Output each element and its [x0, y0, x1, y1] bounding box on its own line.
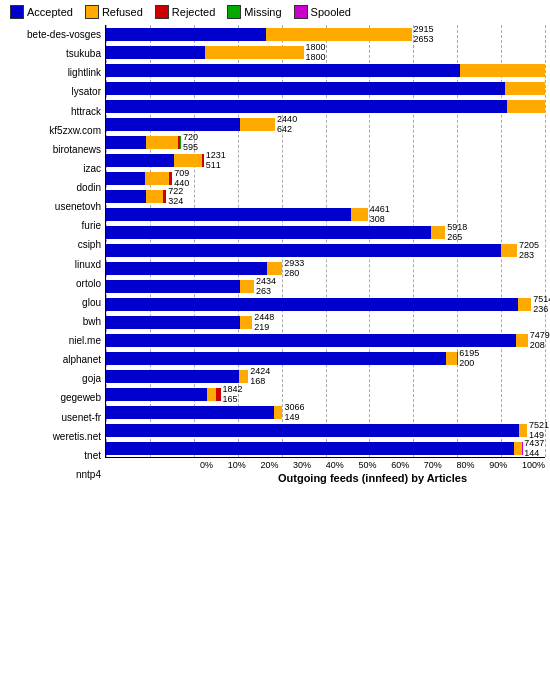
x-axis-label: 50%	[358, 460, 376, 470]
bar-segment-accepted	[106, 226, 431, 239]
legend-item: Spooled	[294, 5, 351, 19]
bar-value-label: 4461308	[368, 205, 390, 225]
x-axis-label: 60%	[391, 460, 409, 470]
bar-segment-accepted	[106, 370, 239, 383]
y-label: gegeweb	[10, 389, 105, 407]
y-label: nntp4	[10, 465, 105, 483]
bar-row: 7414703	[106, 97, 545, 115]
bar-value-label: 3066149	[282, 403, 304, 423]
bar-segment-accepted	[106, 190, 146, 203]
bar-segment-accepted	[106, 388, 207, 401]
bar-segment-accepted	[106, 82, 505, 95]
bar-segment-accepted	[106, 424, 519, 437]
y-label: kf5zxw.com	[10, 121, 105, 139]
y-label: httrack	[10, 102, 105, 120]
legend-label: Accepted	[27, 6, 73, 18]
bar-row: 2434263	[106, 277, 545, 295]
bar-segment-accepted	[106, 208, 351, 221]
bar-segment-refused	[145, 172, 169, 185]
legend-color	[10, 5, 24, 19]
bar-value-label: 7479208	[528, 331, 550, 351]
bar-row: 4461308	[106, 205, 545, 223]
bar-segment-accepted	[106, 46, 205, 59]
bar-row: 7521149	[106, 421, 545, 439]
x-axis-label: 20%	[260, 460, 278, 470]
bar-segment-refused	[501, 244, 517, 257]
legend-color	[294, 5, 308, 19]
legend-item: Rejected	[155, 5, 215, 19]
bar-segment-refused	[516, 334, 527, 347]
bar-segment-refused	[146, 190, 164, 203]
legend-label: Spooled	[311, 6, 351, 18]
bar-row: 2933280	[106, 259, 545, 277]
bar-segment-accepted	[106, 316, 240, 329]
bar-row: 5918265	[106, 223, 545, 241]
bar-segment-refused	[505, 82, 545, 95]
y-label: bwh	[10, 312, 105, 330]
legend-item: Accepted	[10, 5, 73, 19]
bar-segment-accepted	[106, 244, 501, 257]
bar-value-label: 2424168	[248, 367, 270, 387]
bar-segment-refused	[518, 298, 531, 311]
legend-item: Refused	[85, 5, 143, 19]
bar-row: 3066149	[106, 403, 545, 421]
bar-segment-refused	[519, 424, 527, 437]
legend-color	[227, 5, 241, 19]
legend-label: Rejected	[172, 6, 215, 18]
x-axis-label: 0%	[200, 460, 213, 470]
bar-value-label: 1231511	[204, 151, 226, 171]
legend-color	[85, 5, 99, 19]
bar-segment-accepted	[106, 100, 507, 113]
y-label: tnet	[10, 446, 105, 464]
bar-value-label: 2434263	[254, 277, 276, 297]
legend-label: Refused	[102, 6, 143, 18]
y-label: ortolo	[10, 274, 105, 292]
bar-row: 2440642	[106, 115, 545, 133]
y-label: lysator	[10, 83, 105, 101]
chart-title: Outgoing feeds (innfeed) by Articles	[200, 472, 545, 484]
bar-value-label: 6195200	[457, 349, 479, 369]
bar-row: 7205283	[106, 241, 545, 259]
bar-value-label: 720595	[181, 133, 198, 153]
y-label: goja	[10, 370, 105, 388]
bar-row: 2424168	[106, 367, 545, 385]
bar-segment-refused	[240, 118, 275, 131]
y-label: linuxd	[10, 255, 105, 273]
bar-row: 722324	[106, 187, 545, 205]
bar-value-label: 2440642	[275, 115, 297, 135]
legend-label: Missing	[244, 6, 281, 18]
y-label: birotanews	[10, 140, 105, 158]
bar-value-label: 7205283	[517, 241, 539, 261]
bar-value-label: 722324	[166, 187, 183, 207]
bar-value-label: 1842165	[221, 385, 243, 405]
bar-value-label: 18001800	[304, 43, 326, 63]
bar-segment-refused	[351, 208, 368, 221]
bar-row: 7479208	[106, 331, 545, 349]
bar-segment-refused	[266, 28, 412, 41]
bar-segment-refused	[274, 406, 282, 419]
y-label: izac	[10, 159, 105, 177]
bar-value-label: 7437144	[522, 439, 544, 459]
bar-row: 18001800	[106, 43, 545, 61]
bar-row: 720595	[106, 133, 545, 151]
bar-row: 7514236	[106, 295, 545, 313]
bar-row: 2448219	[106, 313, 545, 331]
bar-row: 7437144	[106, 439, 545, 457]
bar-segment-refused	[507, 100, 545, 113]
bar-segment-accepted	[106, 172, 145, 185]
legend-color	[155, 5, 169, 19]
bar-value-label: 2448219	[252, 313, 274, 333]
x-axis-label: 10%	[228, 460, 246, 470]
bar-segment-refused	[207, 388, 216, 401]
bar-value-label: 2933280	[282, 259, 304, 279]
bar-segment-refused	[267, 262, 282, 275]
x-axis-label: 100%	[522, 460, 545, 470]
bar-row: 709440	[106, 169, 545, 187]
y-label: dodin	[10, 179, 105, 197]
legend: AcceptedRefusedRejectedMissingSpooled	[10, 5, 545, 19]
x-axis-labels: 0%10%20%30%40%50%60%70%80%90%100%	[200, 460, 545, 470]
bar-segment-accepted	[106, 334, 516, 347]
bar-segment-refused	[239, 370, 248, 383]
y-label: alphanet	[10, 351, 105, 369]
y-label: furie	[10, 217, 105, 235]
